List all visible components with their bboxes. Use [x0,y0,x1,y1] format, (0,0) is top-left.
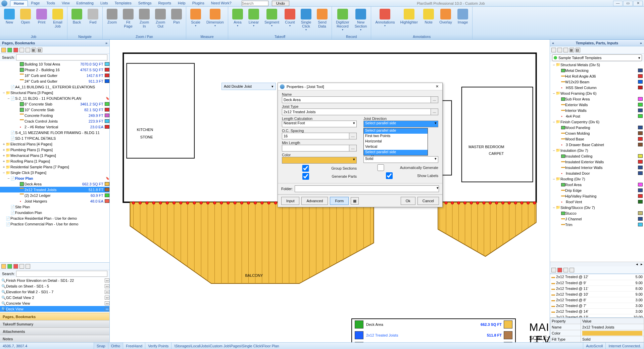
ok-button[interactable]: Ok [401,197,415,205]
template-item[interactable]: W12x20 Beam [550,79,644,85]
zoom-button[interactable]: Zoom [105,8,119,34]
property-grid[interactable]: PropertyValueName2x12 Treated JoistsColo… [550,317,644,342]
collapse-icon[interactable]: ⊟ [38,48,42,52]
properties-icon[interactable] [26,48,30,52]
verify-points-toggle[interactable]: Verify Points [145,343,171,349]
template-item[interactable]: −📁Finish Carpentry (Div 6) [550,119,644,125]
views-list[interactable]: 🔍Finish Floor Elevation on Detail - SD1-… [0,277,109,313]
template-item[interactable]: Exterior Walls [550,102,644,107]
template-item[interactable]: −📁Structural Metals (Div 5) [550,62,644,68]
freehand-toggle[interactable]: FreeHand [123,343,145,349]
view-new-icon[interactable] [1,264,6,269]
template-item[interactable]: Drip Edge [550,187,644,193]
pages-search-input[interactable] [16,54,107,60]
tmpl-expand-icon[interactable]: ⊞ [569,48,574,52]
template-item[interactable]: •Roof Vent [550,199,644,205]
dialog-close-button[interactable]: ✕ [434,84,440,89]
tree-item[interactable]: +📁Residential Sample Plans [7 Pages] [0,164,109,170]
new-folder-icon[interactable] [1,48,6,52]
list-item[interactable]: ▬ 2x12 Treated @ 11'8.00 [550,286,644,291]
tmpl-copy-icon[interactable] [563,48,568,52]
list-props-icon[interactable] [569,268,574,272]
list-copy-icon[interactable] [563,268,568,272]
view-item[interactable]: 🔍Elevation for Wall 2 - SD1 - 7▭ [0,289,109,295]
menu-tab-tools[interactable]: Tools [43,0,58,6]
color-select[interactable]: ▾ [282,157,357,164]
dropdown-option[interactable]: Select parallel side [364,150,428,155]
pan-button[interactable]: Pan [169,8,184,34]
list-new-icon[interactable] [551,268,556,272]
template-item[interactable]: Interior Walls [550,107,644,113]
tree-item[interactable]: (2) 2x12 Ledger60.9 FT [0,192,109,198]
template-item[interactable]: J Channel [550,216,644,222]
template-item[interactable]: Metal Decking [550,68,644,73]
property-row[interactable]: Name2x12 Treated Joists [550,324,644,330]
list-item[interactable]: ▬ 2x12 Treated @ 9'9.00 [550,280,644,286]
zoomin-button[interactable]: ZoomIn [137,8,152,34]
menu-tab-templates[interactable]: Templates [111,0,135,6]
joist-direction-dropdown[interactable]: Select parallel sideFirst two PointsHori… [363,128,428,156]
tree-item[interactable]: +📁Electrical Plans [4 Pages] [0,141,109,147]
view-item[interactable]: 🔍Finish Floor Elevation on Detail - SD1-… [0,277,109,283]
note-button[interactable]: Note [421,8,436,34]
senddata-button[interactable]: SendData [315,8,330,34]
menu-tab-home[interactable]: Home [10,0,28,6]
view-item[interactable]: 🔍Deck View▭ [0,306,109,312]
name-field[interactable] [282,96,431,103]
highlighter-button[interactable]: Highlighter [398,8,420,34]
list-item[interactable]: ▬ 2x12 Treated @ 12'5.00 [550,274,644,280]
folder-select[interactable]: ▾ [295,185,439,192]
cut-list[interactable]: ▬ 2x12 Treated @ 12'5.00▬ 2x12 Treated @… [550,274,644,317]
template-root-select[interactable]: Sample Takeoff Templates▾ [552,54,642,61]
template-item[interactable]: −📁Insulation (Div 7) [550,147,644,153]
view-copy-icon[interactable] [19,264,24,269]
input-tab-button[interactable]: Input [281,197,299,205]
name-browse-button[interactable]: … [431,96,438,103]
back-button[interactable]: Back [69,8,84,34]
menu-tab-view[interactable]: View [58,0,73,6]
view-item[interactable]: 🔍Details on Sheet - SD1 - 5▭ [0,283,109,289]
tmpl-collapse-icon[interactable]: ⊟ [576,48,580,52]
ortho-toggle[interactable]: Ortho [108,343,123,349]
menu-tab-settings[interactable]: Settings [135,0,155,6]
menu-tab-help[interactable]: Help [175,0,189,6]
tree-item[interactable]: +📁Plumbing Plans [1 Pages] [0,147,109,152]
tree-item[interactable]: •2 - #6 Rebar Vertical23.0 EA [0,124,109,130]
tree-item[interactable]: −📁Single Click [3 Pages] [0,170,109,175]
area-button[interactable]: Area▾ [230,8,245,34]
toggle-view-icon[interactable]: ▦ [351,197,359,205]
singleclick-button[interactable]: SingleClick▾ [299,8,313,34]
min-length-field[interactable] [282,145,349,151]
print-button[interactable]: Print [34,8,49,34]
add-icon[interactable] [7,48,12,52]
tree-item[interactable]: 2x12 Treated Joists511.8 FT [0,187,109,192]
tree-item[interactable]: 📄A4_11 BUILDING 11_ EXTERIOR ELEVATIONS [0,84,109,90]
fwd-button[interactable]: Fwd [86,8,100,34]
digitizerrecord-button[interactable]: DigitizerRecord▾ [334,8,351,34]
template-item[interactable]: Trim [550,222,644,227]
fitpage-button[interactable]: FitPage [121,8,136,34]
template-item[interactable]: •Insulated Door [550,170,644,176]
tree-item[interactable]: 📄Foundation Plan [0,210,109,215]
generate-parts-checkbox[interactable] [282,173,330,180]
tree-item[interactable]: +📁Mechanical Plans [1 Pages] [0,152,109,158]
template-item[interactable]: −📁Siding/Stucco (Div 7) [550,205,644,210]
open-button[interactable]: Open [18,8,33,34]
scale-button[interactable]: Scale▾ [188,8,203,34]
close-button[interactable]: ✕ [633,1,643,6]
list-item[interactable]: ▬ 2x12 Treated @ 8'3.00 [550,297,644,303]
accordion-pages-bookmarks[interactable]: Pages, Bookmarks [0,313,109,320]
dimension-button[interactable]: Dimension▾ [204,8,226,34]
tree-item[interactable]: 18" Curb and Gutter1417.6 FT [0,73,109,78]
tmpl-props-icon[interactable] [557,48,562,52]
drawing-canvas[interactable]: Add Double Joist▾ KITCHEN STONE SITTING … [110,40,550,342]
autoscroll-toggle[interactable]: AutoScroll [583,343,606,349]
template-item[interactable]: Roof Area [550,182,644,187]
menu-tab-reports[interactable]: Reports [155,0,175,6]
linear-button[interactable]: Linear▾ [246,8,261,34]
copy-icon[interactable] [19,48,24,52]
view-props-icon[interactable] [26,264,30,269]
list-delete-icon[interactable] [557,268,562,272]
template-item[interactable]: Wood Paneling [550,125,644,130]
scroll-right-icon[interactable]: ▸ [639,262,644,266]
